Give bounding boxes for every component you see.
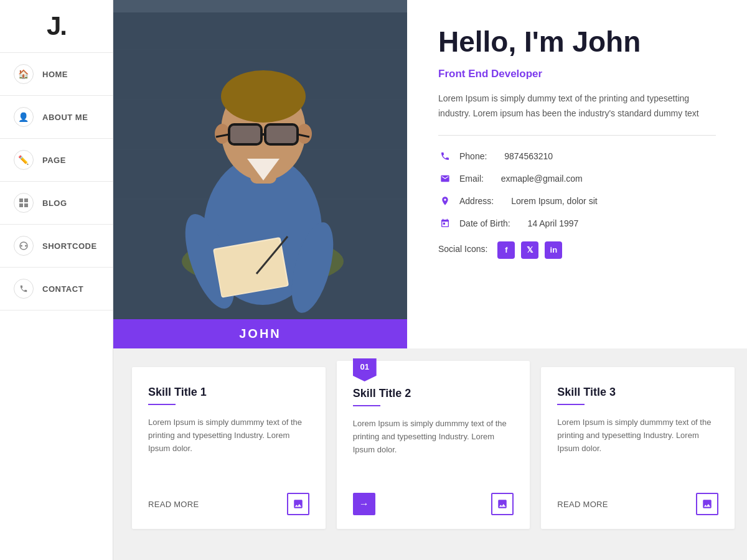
skill-underline-2 (353, 405, 380, 406)
image-icon-3[interactable] (696, 493, 718, 515)
sidebar-label-shortcode: SHORTCODE (42, 241, 97, 251)
dob-value: 14 April 1997 (528, 218, 579, 228)
read-more-3[interactable]: READ MORE (557, 500, 608, 509)
sidebar-label-contact: CONTACT (42, 284, 83, 294)
hero-image-wrap: JOHN (113, 0, 407, 348)
social-row-container: Social Icons: f 𝕏 in (438, 239, 716, 259)
contact-phone-row: Phone: 9874563210 (438, 149, 716, 163)
sidebar-item-page[interactable]: ✏️ PAGE (0, 139, 113, 182)
sidebar-item-shortcode[interactable]: SHORTCODE (0, 225, 113, 268)
twitter-icon[interactable]: 𝕏 (521, 241, 538, 259)
svg-rect-3 (24, 203, 28, 207)
skill-underline-3 (557, 404, 585, 405)
hero-image (113, 0, 407, 339)
contact-email-row: Email: exmaple@gmail.com (438, 172, 716, 185)
svg-point-19 (297, 124, 312, 144)
read-more-1[interactable]: READ MORE (148, 500, 199, 509)
image-icon-2[interactable] (491, 493, 514, 515)
skill-badge-2: 01 (353, 358, 377, 381)
hero-section: JOHN Hello, I'm John Front End Developer… (113, 0, 747, 348)
logo-area: J. (0, 0, 113, 53)
address-label: Address: (459, 196, 494, 206)
skill-title-2: Skill Title 2 (353, 387, 514, 400)
logo: J. (47, 11, 66, 41)
svg-rect-24 (266, 126, 296, 143)
email-value: exmaple@gmail.com (501, 174, 583, 184)
sidebar-label-page: PAGE (42, 156, 66, 165)
person-icon: 👤 (14, 107, 34, 127)
svg-rect-2 (19, 203, 23, 207)
sidebar: J. 🏠 HOME 👤 ABOUT ME ✏️ PAGE BLOG SHORTC… (0, 0, 113, 560)
skill-card-3: Skill Title 3 Lorem Ipsum is simply dumm… (541, 367, 735, 529)
phone-contact-icon (438, 149, 452, 163)
email-contact-icon (438, 172, 452, 185)
linkedin-icon[interactable]: in (545, 241, 562, 259)
sidebar-label-about: ABOUT ME (42, 113, 88, 122)
skill-footer-1: READ MORE (148, 493, 309, 515)
hero-divider (438, 135, 716, 136)
hero-role: Front End Developer (438, 68, 716, 80)
address-value: Lorem Ipsum, dolor sit (511, 196, 598, 206)
email-label: Email: (459, 174, 484, 184)
edit-icon: ✏️ (14, 150, 34, 170)
main-content: JOHN Hello, I'm John Front End Developer… (113, 0, 747, 560)
calendar-icon (438, 217, 452, 230)
phone-icon (14, 279, 34, 299)
svg-rect-23 (230, 126, 260, 143)
facebook-icon[interactable]: f (497, 241, 515, 259)
social-icons: f 𝕏 in (497, 241, 562, 259)
skill-footer-2: → (353, 493, 514, 515)
image-icon-1[interactable] (287, 493, 309, 515)
sidebar-item-blog[interactable]: BLOG (0, 182, 113, 225)
hero-info: Hello, I'm John Front End Developer Lore… (407, 0, 747, 348)
svg-point-6 (25, 245, 27, 247)
svg-rect-1 (24, 198, 28, 202)
svg-rect-0 (19, 198, 23, 202)
social-label: Social Icons: (438, 244, 487, 254)
hero-name-bar: JOHN (113, 319, 407, 348)
skills-section: Skill Title 1 Lorem Ipsum is simply dumm… (113, 348, 747, 548)
skill-title-1: Skill Title 1 (148, 386, 309, 399)
skill-card-1: Skill Title 1 Lorem Ipsum is simply dumm… (132, 367, 326, 529)
skill-footer-3: READ MORE (557, 493, 718, 515)
dob-label: Date of Birth: (459, 218, 510, 228)
svg-point-17 (221, 70, 306, 123)
grid-icon (14, 193, 34, 213)
sidebar-item-home[interactable]: 🏠 HOME (0, 53, 113, 96)
sidebar-label-blog: BLOG (42, 198, 67, 208)
skill-underline-1 (148, 404, 176, 405)
home-icon: 🏠 (14, 64, 34, 84)
skill-card-2: 01 Skill Title 2 Lorem Ipsum is simply d… (337, 361, 530, 529)
phone-label: Phone: (459, 151, 487, 161)
sidebar-label-home: HOME (42, 70, 68, 79)
contact-address-row: Address: Lorem Ipsum, dolor sit (438, 194, 716, 208)
arrow-button-2[interactable]: → (353, 493, 375, 515)
skill-title-3: Skill Title 3 (557, 386, 718, 399)
skill-text-3: Lorem Ipsum is simply dummmy text of the… (557, 416, 718, 480)
shortcode-icon (14, 236, 34, 256)
location-icon (438, 194, 452, 208)
skill-text-1: Lorem Ipsum is simply dummmy text of the… (148, 416, 309, 480)
hero-greeting: Hello, I'm John (438, 25, 716, 59)
sidebar-item-about[interactable]: 👤 ABOUT ME (0, 96, 113, 139)
sidebar-item-contact[interactable]: CONTACT (0, 268, 113, 310)
contact-dob-row: Date of Birth: 14 April 1997 (438, 217, 716, 230)
phone-value: 9874563210 (504, 151, 553, 161)
skill-text-2: Lorem Ipsum is simply dummmy text of the… (353, 418, 514, 480)
svg-point-5 (21, 245, 22, 247)
hero-description: Lorem Ipsum is simply dummy text of the … (438, 91, 716, 121)
